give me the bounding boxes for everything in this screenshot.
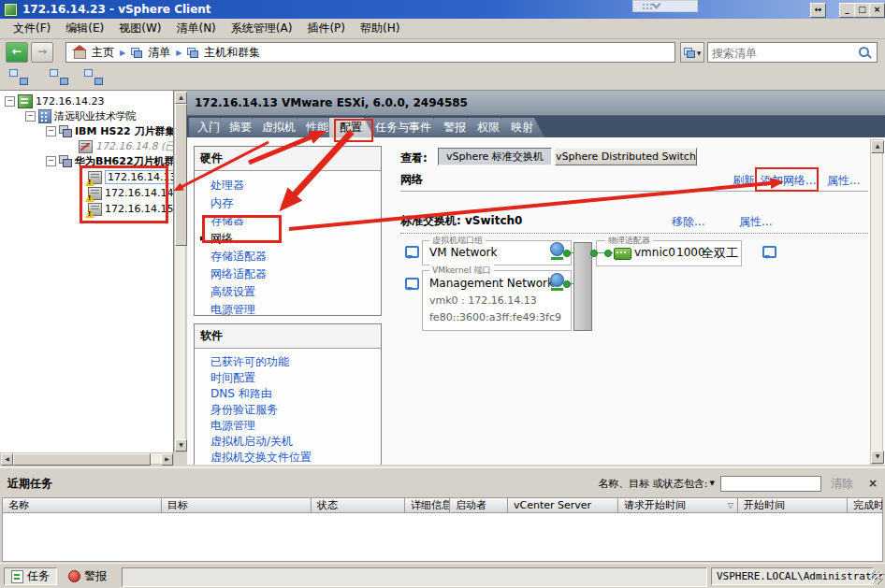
toolbar-new-inventory-icon[interactable] — [9, 69, 28, 85]
tasks-clear-link[interactable]: 清除 — [831, 476, 853, 492]
col-vcenter-server[interactable]: vCenter Server — [508, 498, 618, 512]
alarms-pane-button[interactable]: 警报 — [62, 567, 113, 585]
hw-item-storage-adapters[interactable]: 存储适配器 — [210, 248, 381, 265]
menu-inventory[interactable]: 清单(N) — [168, 19, 223, 38]
sw-item-authentication[interactable]: 身份验证服务 — [210, 402, 381, 418]
resize-grip[interactable] — [872, 571, 883, 584]
search-input[interactable] — [710, 45, 856, 62]
col-start-time[interactable]: 开始时间 — [738, 498, 848, 512]
hw-item-storage[interactable]: 存储器 — [210, 212, 381, 230]
tree-expander-icon[interactable]: − — [46, 156, 56, 166]
toolbar-scheduled-tasks-icon[interactable] — [50, 69, 68, 85]
breadcrumb-inventory[interactable]: 清单 — [148, 45, 170, 61]
col-status[interactable]: 状态 — [312, 498, 405, 512]
tasks-filter-input[interactable] — [720, 476, 821, 492]
sw-item-dns-routing[interactable]: DNS 和路由 — [210, 386, 381, 402]
menu-help[interactable]: 帮助(H) — [353, 19, 407, 38]
tasks-table-body[interactable] — [2, 513, 883, 562]
port-group-note-icon[interactable] — [405, 246, 419, 258]
vswitch-remove-link[interactable]: 移除... — [672, 214, 704, 230]
tree-node-host-14[interactable]: 172.16.14.14 — [88, 186, 173, 200]
vswitch-bar[interactable] — [573, 242, 592, 331]
hw-item-processors[interactable]: 处理器 — [210, 177, 381, 194]
col-target[interactable]: 目标 — [162, 498, 312, 512]
view-standard-switch-button[interactable]: vSphere 标准交换机 — [438, 148, 552, 165]
vmkernel-note-icon[interactable] — [405, 278, 419, 290]
capture-tool-overlay[interactable] — [632, 0, 698, 12]
search-icon[interactable] — [859, 47, 869, 57]
forward-button[interactable]: → — [31, 42, 53, 63]
chevron-down-icon[interactable] — [652, 0, 661, 8]
tree-node-cluster-huawei[interactable]: − 华为BH622刀片机群集 — [46, 154, 174, 168]
tree-expander-icon[interactable]: − — [5, 96, 15, 107]
tree-node-label[interactable]: 172.16.14.15 — [105, 203, 173, 215]
hw-item-networking[interactable]: ▶网络 — [210, 230, 381, 248]
maximize-button[interactable]: □ — [854, 3, 870, 18]
network-globe-icon[interactable] — [550, 273, 564, 287]
hw-item-advanced-settings[interactable]: 高级设置 — [210, 283, 381, 301]
col-completed[interactable]: 完成时间 — [848, 498, 882, 512]
menu-view[interactable]: 视图(W) — [111, 19, 168, 38]
col-initiated-by[interactable]: 启动者 — [450, 498, 508, 512]
scroll-up-icon[interactable]: ▲ — [175, 92, 187, 104]
breadcrumb-hosts-clusters[interactable]: 主机和群集 — [204, 45, 260, 61]
view-distributed-switch-button[interactable]: vSphere Distributed Switch — [555, 148, 697, 165]
breadcrumb-home[interactable]: 主页 — [92, 45, 114, 61]
tree-node-cluster-ibm[interactable]: − IBM HS22 刀片群集 — [46, 124, 174, 138]
scroll-right-icon[interactable]: ▶ — [161, 453, 173, 466]
tree-expander-icon[interactable]: − — [46, 126, 56, 136]
col-requested-start[interactable]: 请求开始时间▽ — [618, 498, 738, 512]
scroll-left-icon[interactable]: ◀ — [1, 453, 13, 466]
scroll-up-icon[interactable]: ▲ — [871, 140, 884, 153]
menu-file[interactable]: 文件(F) — [6, 19, 58, 38]
tree-node-host-disconnected[interactable]: 172.16.14.8 (已断 — [79, 139, 174, 153]
tree-node-label[interactable]: 172.16.14.14 — [105, 187, 173, 199]
filter-caret-icon[interactable]: ▼ — [710, 480, 715, 487]
tree-node-label[interactable]: 清远职业技术学院 — [54, 109, 137, 123]
tree-node-label[interactable]: IBM HS22 刀片群集 — [75, 124, 174, 138]
menu-plugins[interactable]: 插件(P) — [299, 19, 353, 38]
menu-edit[interactable]: 编辑(E) — [58, 19, 111, 38]
tree-expander-icon[interactable]: − — [25, 111, 36, 122]
main-vertical-scrollbar[interactable]: ▲ ▼ — [870, 139, 883, 465]
sw-item-time-configuration[interactable]: 时间配置 — [210, 370, 381, 386]
sw-item-licensed-features[interactable]: 已获许可的功能 — [210, 354, 381, 370]
tree-node-host-15[interactable]: 172.16.14.15 — [88, 202, 173, 216]
tree-horizontal-scrollbar[interactable]: ◀ ▶ — [0, 452, 174, 465]
tree-node-label[interactable]: 172.16.14.23 — [36, 95, 104, 108]
tree-node-datacenter[interactable]: − 清远职业技术学院 — [25, 109, 137, 123]
hw-item-memory[interactable]: 内存 — [210, 194, 381, 212]
scroll-down-icon[interactable]: ▼ — [871, 451, 884, 464]
scrollbar-thumb[interactable] — [13, 453, 151, 466]
tree-node-label[interactable]: 172.16.14.8 (已断 — [95, 139, 174, 153]
scrollbar-thumb[interactable] — [175, 104, 187, 246]
tab-maps[interactable]: 映射 — [501, 118, 544, 137]
network-globe-icon[interactable] — [550, 242, 564, 256]
close-button[interactable]: × — [869, 3, 885, 18]
search-scope-button[interactable]: ▼ — [680, 42, 704, 63]
tab-tasks-events[interactable]: 任务与事件 — [365, 118, 443, 137]
properties-link[interactable]: 属性... — [827, 173, 860, 189]
refresh-link[interactable]: 刷新 — [733, 173, 755, 189]
hw-item-network-adapters[interactable]: 网络适配器 — [210, 265, 381, 283]
menu-administration[interactable]: 系统管理(A) — [224, 19, 300, 38]
sw-item-power-management[interactable]: 电源管理 — [210, 418, 381, 434]
scroll-down-icon[interactable]: ▼ — [175, 439, 187, 452]
minimize-button[interactable]: _ — [839, 3, 855, 18]
tree-node-label[interactable]: 华为BH622刀片机群集 — [75, 154, 174, 168]
flip-window-button[interactable]: ↔ — [810, 3, 826, 18]
col-name[interactable]: 名称 — [3, 498, 162, 512]
tree-node-host-13[interactable]: 172.16.14.13 — [88, 170, 174, 184]
hw-item-power-management[interactable]: 电源管理 — [210, 301, 381, 316]
add-networking-link[interactable]: 添加网络... — [761, 173, 816, 189]
vswitch-properties-link[interactable]: 属性... — [739, 214, 772, 230]
sw-item-vm-startup-shutdown[interactable]: 虚拟机启动/关机 — [210, 434, 381, 450]
tree-node-vcenter[interactable]: − 172.16.14.23 — [5, 94, 104, 108]
col-details[interactable]: 详细信息 — [405, 498, 450, 512]
tasks-pane-button[interactable]: 任务 — [4, 567, 57, 585]
tree-node-label-selected[interactable]: 172.16.14.13 — [105, 170, 174, 184]
toolbar-maps-icon[interactable] — [84, 69, 103, 85]
drag-handle-dots-icon[interactable] — [643, 4, 645, 6]
tasks-close-icon[interactable]: × — [868, 477, 878, 490]
adapter-note-icon[interactable] — [762, 246, 776, 258]
